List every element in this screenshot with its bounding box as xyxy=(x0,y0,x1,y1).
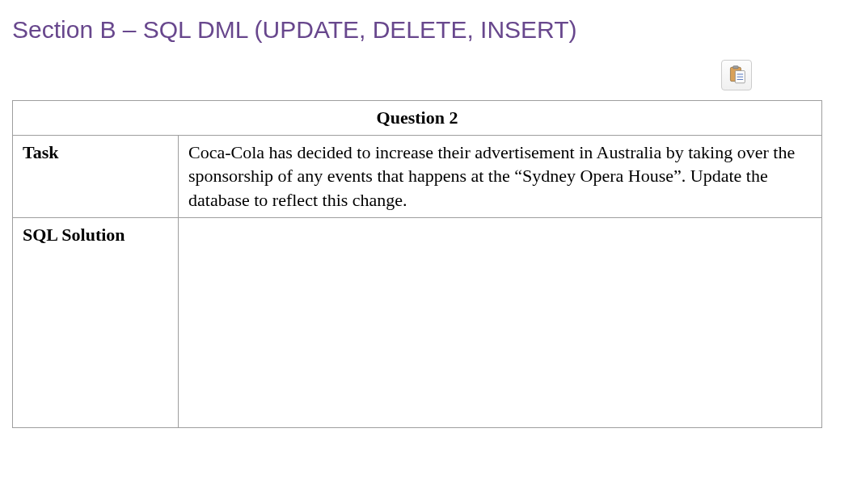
section-title: Section B – SQL DML (UPDATE, DELETE, INS… xyxy=(12,16,845,44)
clipboard-icon-svg xyxy=(726,65,747,86)
toolbar-row xyxy=(12,60,845,90)
table-header-row: Question 2 xyxy=(13,101,822,136)
sql-solution-content xyxy=(179,217,822,427)
task-label: Task xyxy=(13,135,179,217)
sql-solution-label: SQL Solution xyxy=(13,217,179,427)
table-row: Task Coca-Cola has decided to increase t… xyxy=(13,135,822,217)
svg-rect-1 xyxy=(733,66,739,69)
task-content: Coca-Cola has decided to increase their … xyxy=(179,135,822,217)
question-table: Question 2 Task Coca-Cola has decided to… xyxy=(12,100,822,428)
table-row: SQL Solution xyxy=(13,217,822,427)
clipboard-icon[interactable] xyxy=(721,60,752,90)
question-header: Question 2 xyxy=(13,101,822,136)
